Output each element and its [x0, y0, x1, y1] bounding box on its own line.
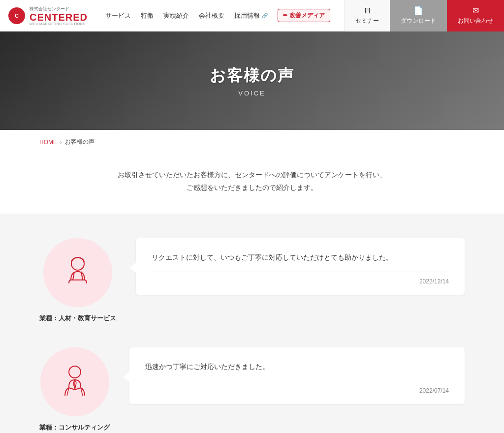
- female-avatar-icon: [58, 253, 97, 292]
- monitor-icon: 🖥: [363, 6, 371, 15]
- nav-about[interactable]: 会社概要: [199, 11, 224, 20]
- breadcrumb: HOME › お客様の声: [0, 130, 504, 154]
- seminar-button[interactable]: 🖥 セミナー: [344, 0, 390, 31]
- breadcrumb-separator: ›: [60, 139, 62, 146]
- intro-line2: ご感想をいただきましたので紹介します。: [39, 182, 465, 194]
- logo-en-text: CENTERED: [30, 12, 88, 22]
- voice-text-2: 迅速かつ丁寧にご対応いただきました。: [145, 361, 449, 381]
- voice-industry-2: 業種：コンサルティング: [39, 423, 110, 432]
- download-button[interactable]: 📄 ダウンロード: [390, 0, 447, 31]
- hero-title: お客様の声: [210, 65, 294, 87]
- voice-bubble-1: リクエストに対して、いつもご丁寧に対応していただけとても助かりました。 2022…: [136, 238, 465, 295]
- logo-sub-text: WEB MARKETING SOLUTIONS: [30, 22, 88, 26]
- main-nav: サービス 特徴 実績紹介 会社概要 採用情報 🔗 ✏ 改善メディア: [95, 9, 344, 22]
- svg-text:C: C: [15, 13, 19, 19]
- intro-section: お取引させていただいたお客様方に、センタードへの評価についてアンケートを行い、 …: [0, 154, 504, 214]
- voice-industry-1: 業種：人材・教育サービス: [39, 314, 116, 323]
- external-link-icon: 🔗: [262, 13, 268, 18]
- envelope-icon: ✉: [472, 6, 479, 15]
- svg-point-5: [69, 366, 81, 378]
- media-button[interactable]: ✏ 改善メディア: [278, 9, 330, 22]
- nav-service[interactable]: サービス: [105, 11, 131, 20]
- intro-line1: お取引させていただいたお客様方に、センタードへの評価についてアンケートを行い、: [39, 169, 465, 182]
- hero-section: お客様の声 VOICE: [0, 31, 504, 130]
- voice-text-1: リクエストに対して、いつもご丁寧に対応していただけとても助かりました。: [152, 252, 449, 272]
- nav-features[interactable]: 特徴: [141, 11, 154, 20]
- male-avatar-icon: [55, 362, 94, 402]
- breadcrumb-current: お客様の声: [65, 138, 94, 146]
- hero-subtitle: VOICE: [238, 90, 265, 97]
- voice-card-2: 業種：コンサルティング 迅速かつ丁寧にご対応いただきました。 2022/07/1…: [39, 347, 465, 432]
- voice-bubble-2: 迅速かつ丁寧にご対応いただきました。 2022/07/14: [129, 347, 465, 404]
- breadcrumb-home-link[interactable]: HOME: [39, 139, 57, 146]
- contact-button[interactable]: ✉ お問い合わせ: [447, 0, 504, 31]
- avatar-block-1: 業種：人材・教育サービス: [39, 238, 116, 323]
- nav-cases[interactable]: 実績紹介: [163, 11, 189, 20]
- avatar-block-2: 業種：コンサルティング: [39, 347, 110, 432]
- avatar-circle-1: [43, 238, 112, 307]
- document-icon: 📄: [413, 6, 423, 15]
- voice-date-1: 2022/12/14: [152, 272, 449, 285]
- logo-jp-text: 株式会社センタード: [30, 6, 88, 12]
- logo-circle-icon: C: [8, 7, 26, 25]
- pencil-icon: ✏: [283, 12, 287, 19]
- logo-area[interactable]: C 株式会社センタード CENTERED WEB MARKETING SOLUT…: [0, 6, 95, 26]
- nav-recruit[interactable]: 採用情報 🔗: [234, 11, 268, 20]
- voice-cards-section: 業種：人材・教育サービス リクエストに対して、いつもご丁寧に対応していただけとて…: [0, 214, 504, 433]
- svg-point-2: [71, 257, 84, 270]
- voice-card-1: 業種：人材・教育サービス リクエストに対して、いつもご丁寧に対応していただけとて…: [39, 238, 465, 323]
- avatar-circle-2: [40, 347, 109, 416]
- voice-date-2: 2022/07/14: [145, 381, 449, 394]
- site-header: C 株式会社センタード CENTERED WEB MARKETING SOLUT…: [0, 0, 504, 31]
- header-actions: 🖥 セミナー 📄 ダウンロード ✉ お問い合わせ: [344, 0, 504, 31]
